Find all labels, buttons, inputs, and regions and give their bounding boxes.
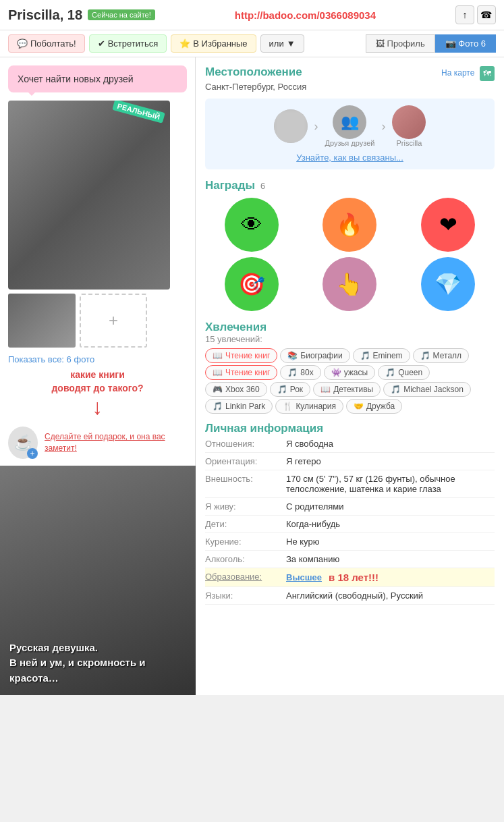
detective-icon: 📖 xyxy=(320,385,331,394)
music-icon-7: 🎵 xyxy=(213,402,223,411)
show-all-photos-link[interactable]: Показать все: 6 фото xyxy=(8,354,187,364)
friends-of-friends-label: Друзья друзей xyxy=(325,139,375,147)
music-icon-2: 🎵 xyxy=(420,351,430,360)
main-photo-image xyxy=(8,101,170,290)
tag-reading-2[interactable]: 📖Чтение книг xyxy=(205,365,277,380)
gift-area: ☕ + Сделайте ей подарок, и она вас замет… xyxy=(8,427,187,459)
hobbies-tags-row-1: 📖Чтение книг 📚Биографии 🎵Eminem 🎵Металл xyxy=(205,348,495,363)
tag-eminem[interactable]: 🎵Eminem xyxy=(353,348,410,363)
books-icon: 📚 xyxy=(287,351,298,360)
personal-title: Личная информация xyxy=(205,422,323,435)
header-left: Priscilla, 18 Сейчас на сайте! xyxy=(8,7,155,23)
target-award-icon: 🎯 xyxy=(225,257,279,311)
tag-reading-1[interactable]: 📖Чтение книг xyxy=(205,348,277,363)
connection-box: › 👥 Друзья друзей › Priscilla Узнайте, к… xyxy=(205,99,495,169)
location-title: Местоположение xyxy=(205,65,302,79)
favorite-button[interactable]: ⭐ В Избранные xyxy=(171,34,256,53)
thumbnail-1[interactable] xyxy=(8,294,76,348)
appearance-value: 170 см (5' 7"), 57 кг (126 фунты), обычн… xyxy=(286,474,495,494)
info-row-children: Дети: Когда-нибудь xyxy=(205,516,495,533)
education-extra: в 18 лет!!! xyxy=(329,572,379,583)
children-value: Когда-нибудь xyxy=(286,519,340,529)
horror-icon: 👾 xyxy=(331,368,341,377)
tag-rock[interactable]: 🎵Рок xyxy=(270,382,310,397)
appearance-label: Внешность: xyxy=(205,474,286,494)
up-arrow-button[interactable]: ↑ xyxy=(455,5,474,24)
tag-xbox[interactable]: 🎮Xbox 360 xyxy=(205,382,267,397)
relations-value: Я свободна xyxy=(286,439,333,449)
award-hand: 👆 xyxy=(304,257,397,311)
left-column: Хочет найти новых друзей РЕАЛЬНЫЙ + Пока… xyxy=(0,57,196,695)
avatar-group: 👥 xyxy=(333,105,366,139)
info-row-languages: Языки: Английский (свободный), Русский xyxy=(205,587,495,605)
tag-80x[interactable]: 🎵80x xyxy=(280,365,320,380)
tag-detective[interactable]: 📖Детективы xyxy=(313,382,381,397)
add-photo-button[interactable]: + xyxy=(80,294,147,348)
info-row-education: Образование: Высшее в 18 лет!!! xyxy=(205,568,495,587)
music-icon-6: 🎵 xyxy=(391,385,401,394)
music-icon-5: 🎵 xyxy=(277,385,287,394)
tag-biography[interactable]: 📚Биографии xyxy=(280,348,349,363)
info-row-appearance: Внешность: 170 см (5' 7"), 57 кг (126 фу… xyxy=(205,470,495,498)
map-link-text[interactable]: На карте xyxy=(441,68,474,78)
chevron-right-icon-2: › xyxy=(381,119,385,134)
connection-row: › 👥 Друзья друзей › Priscilla xyxy=(274,105,426,147)
tag-friendship[interactable]: 🤝Дружба xyxy=(346,399,402,414)
discover-connection-link[interactable]: Узнайте, как вы связаны... xyxy=(296,153,403,163)
music-icon-1: 🎵 xyxy=(360,351,370,360)
hobbies-tags-row-2: 📖Чтение книг 🎵80x 👾ужасы 🎵Queen xyxy=(205,365,495,380)
music-icon-3: 🎵 xyxy=(287,368,298,377)
tag-horror[interactable]: 👾ужасы xyxy=(324,365,375,380)
gift-plus-icon: + xyxy=(27,448,38,459)
profile-url[interactable]: http://badoo.com/0366089034 xyxy=(235,9,376,21)
phone-button[interactable]: ☎ xyxy=(477,5,496,24)
thumbnail-row: + xyxy=(8,294,187,348)
main-photo[interactable]: РЕАЛЬНЫЙ xyxy=(8,101,170,290)
hobbies-count: 15 увлечений: xyxy=(205,334,495,344)
annotation-text: какие книгидоводят до такого? xyxy=(8,368,187,395)
more-button[interactable]: или ▼ xyxy=(260,34,304,53)
tag-metal[interactable]: 🎵Металл xyxy=(413,348,469,363)
children-label: Дети: xyxy=(205,519,286,529)
languages-label: Языки: xyxy=(205,591,286,601)
tag-queen[interactable]: 🎵Queen xyxy=(378,365,430,380)
fire-award-icon: 🔥 xyxy=(323,198,376,252)
game-icon: 🎮 xyxy=(213,385,223,394)
tab-photo[interactable]: 📷 Фото 6 xyxy=(435,34,496,53)
eye-award-icon: 👁 xyxy=(225,198,279,252)
award-fire: 🔥 xyxy=(304,198,397,252)
big-bottom-photo: Русская девушка. В ней и ум, и скромност… xyxy=(0,466,196,695)
relations-label: Отношения: xyxy=(205,439,286,449)
award-heart: ❤ xyxy=(401,198,495,252)
gift-link[interactable]: Сделайте ей подарок, и она вас заметит! xyxy=(45,431,187,454)
action-bar: 💬 Поболтать! ✔ Встретиться ⭐ В Избранные… xyxy=(0,30,504,57)
info-row-smoking: Курение: Не курю xyxy=(205,533,495,551)
awards-grid: 👁 🔥 ❤ 🎯 👆 💎 xyxy=(205,198,495,311)
check-icon: ✔ xyxy=(98,38,105,49)
hobbies-tags-row-4: 🎵Linkin Park 🍴Кулинария 🤝Дружба xyxy=(205,399,495,414)
avatar-priscilla xyxy=(392,105,426,139)
tag-cooking[interactable]: 🍴Кулинария xyxy=(275,399,343,414)
profile-icon: 🖼 xyxy=(376,38,385,49)
tag-linkin-park[interactable]: 🎵Linkin Park xyxy=(205,399,273,414)
tag-michael-jackson[interactable]: 🎵Michael Jackson xyxy=(383,382,471,397)
hobbies-section: Хвлечения 15 увлечений: 📖Чтение книг 📚Би… xyxy=(205,321,495,414)
friendship-icon: 🤝 xyxy=(354,402,364,411)
camera-icon: 📷 xyxy=(445,38,456,49)
meet-label: Встретиться xyxy=(108,38,159,49)
chevron-right-icon-1: › xyxy=(314,119,318,134)
speech-text: Хочет найти новых друзей xyxy=(18,74,134,84)
orientation-value: Я гетеро xyxy=(286,456,321,466)
info-row-living: Я живу: С родителями xyxy=(205,498,495,516)
hand-award-icon: 👆 xyxy=(323,257,376,311)
location-city: Санкт-Петербург, Россия xyxy=(205,82,495,92)
chat-icon: 💬 xyxy=(17,38,28,49)
chat-label: Поболтать! xyxy=(30,38,76,49)
diamond-award-icon: 💎 xyxy=(421,257,475,311)
fav-label: В Избранные xyxy=(193,38,247,49)
book-icon-2: 📖 xyxy=(213,368,223,377)
meet-button[interactable]: ✔ Встретиться xyxy=(89,34,167,53)
header-icon-group: ↑ ☎ xyxy=(455,5,496,24)
tab-profile[interactable]: 🖼 Профиль xyxy=(366,34,435,53)
chat-button[interactable]: 💬 Поболтать! xyxy=(8,34,85,53)
